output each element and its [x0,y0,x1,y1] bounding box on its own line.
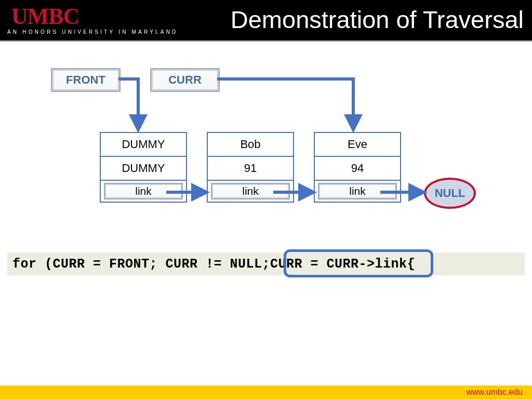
node-value: 94 [315,157,400,181]
node-name: DUMMY [101,133,186,157]
node-value: 91 [208,157,293,181]
code-prefix: for (CURR = FRONT; CURR != NULL; [12,257,270,272]
curr-pointer-box: CURR [150,68,220,92]
umbc-tagline: AN HONORS UNIVERSITY IN MARYLAND [7,29,178,35]
node-value: DUMMY [101,157,186,181]
umbc-logo: UMBC [11,3,79,30]
slide-title: Demonstration of Traversal [231,5,524,34]
node-link: link [104,183,183,200]
code-line: for (CURR = FRONT; CURR != NULL; CURR = … [7,252,525,275]
null-terminator: NULL [424,178,476,209]
header-divider [0,41,532,42]
code-highlight-box [284,249,433,277]
front-pointer-label: FRONT [66,73,105,87]
footer-url: www.umbc.edu [467,388,523,397]
node-bob: Bob 91 link [207,132,294,203]
node-dummy: DUMMY DUMMY link [100,132,187,203]
curr-pointer-label: CURR [168,73,202,87]
node-name: Eve [315,133,400,157]
node-name: Bob [208,133,293,157]
slide-footer: www.umbc.edu [0,385,532,399]
node-link: link [211,183,290,200]
null-label: NULL [435,187,466,200]
slide-header: UMBC AN HONORS UNIVERSITY IN MARYLAND De… [0,0,532,41]
front-pointer-box: FRONT [51,68,121,92]
node-link: link [318,183,397,200]
node-eve: Eve 94 link [314,132,401,203]
